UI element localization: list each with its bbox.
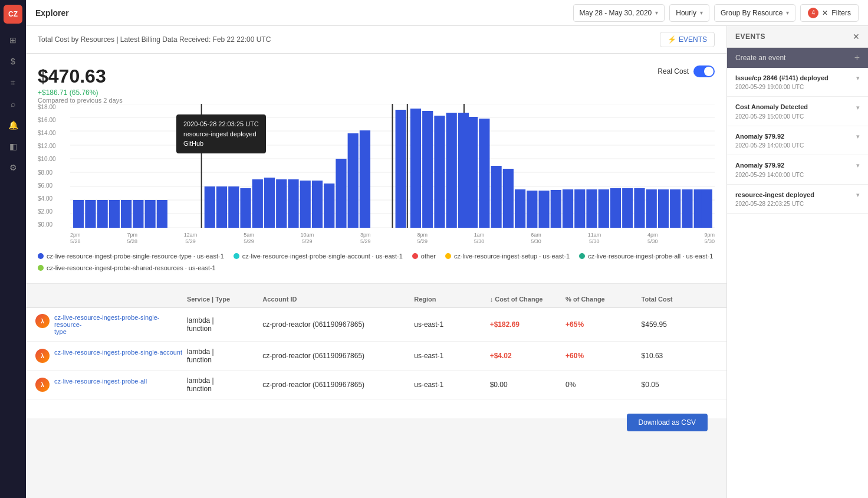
total-1: $459.95 xyxy=(642,320,717,329)
svg-rect-26 xyxy=(288,179,298,228)
date-range-label: May 28 - May 30, 2020 xyxy=(580,9,652,17)
group-by-dropdown[interactable]: Group By Resource ▾ xyxy=(714,4,795,22)
create-event-bar[interactable]: Create an event + xyxy=(727,48,868,68)
x-label-9: 6am5/30 xyxy=(531,232,541,245)
content-header-title: Total Cost by Resources | Latest Billing… xyxy=(38,35,271,44)
event-item-header-1: Issue/cp 2846 (#141) deployed ▾ xyxy=(735,74,860,83)
plus-icon: + xyxy=(854,53,860,63)
resource-link-2[interactable]: cz-live-resource-ingest-probe-single-acc… xyxy=(54,349,182,356)
svg-rect-14 xyxy=(121,200,131,228)
event-item-4[interactable]: Anomaly $79.92 ▾ 2020-05-29 14:00:00 UTC xyxy=(727,155,868,184)
event-time-2: 2020-05-29 15:00:00 UTC xyxy=(735,113,860,120)
event-item-header-4: Anomaly $79.92 ▾ xyxy=(735,161,860,170)
event-item-1[interactable]: Issue/cp 2846 (#141) deployed ▾ 2020-05-… xyxy=(727,68,868,97)
event-item-2[interactable]: Cost Anomaly Detected ▾ 2020-05-29 15:00… xyxy=(727,97,868,126)
x-label-2: 7pm5/28 xyxy=(127,232,137,245)
svg-rect-59 xyxy=(670,189,680,228)
svg-rect-40 xyxy=(446,113,457,228)
events-panel-header: EVENTS ✕ xyxy=(727,26,868,48)
granularity-dropdown[interactable]: Hourly ▾ xyxy=(669,4,709,22)
svg-rect-55 xyxy=(622,188,633,228)
svg-rect-62 xyxy=(702,189,712,228)
total-cost: $470.63 xyxy=(38,65,123,87)
account-1: cz-prod-reactor (061190967865) xyxy=(262,320,414,329)
close-icon[interactable]: ✕ xyxy=(853,32,860,41)
chart-area: $18.00 $16.00 $14.00 $12.00 $10.00 $8.00… xyxy=(38,104,715,245)
svg-rect-51 xyxy=(574,189,585,228)
event-title-1: Issue/cp 2846 (#141) deployed xyxy=(735,74,856,83)
account-2: cz-prod-reactor (061190967865) xyxy=(262,352,414,360)
events-panel: EVENTS ✕ Create an event + Issue/cp 2846… xyxy=(726,26,868,498)
sidebar-item-document[interactable]: ◧ xyxy=(4,137,22,156)
event-title-4: Anomaly $79.92 xyxy=(735,161,856,170)
chevron-down-icon: ▾ xyxy=(856,191,860,199)
cost-change-1: +$182.69 xyxy=(490,320,565,329)
svg-rect-12 xyxy=(97,200,108,228)
resource-link-1[interactable]: cz-live-resource-ingest-probe-single-res… xyxy=(54,314,187,335)
create-event-label: Create an event xyxy=(735,54,785,62)
svg-rect-49 xyxy=(551,190,561,228)
events-panel-title: EVENTS xyxy=(735,32,765,41)
svg-rect-32 xyxy=(360,130,370,228)
sidebar-item-tag[interactable]: ⌗ xyxy=(4,73,22,92)
legend-item-4: cz-live-resource-ingest-setup · us-east-… xyxy=(445,253,570,260)
pct-change-1: +65% xyxy=(565,320,641,329)
content-area: Total Cost by Resources | Latest Billing… xyxy=(26,26,868,498)
region-1: us-east-1 xyxy=(414,320,489,329)
svg-rect-20 xyxy=(216,186,227,228)
sidebar-item-bell[interactable]: 🔔 xyxy=(4,116,22,135)
svg-rect-15 xyxy=(133,200,143,228)
col-pct-change: % of Change xyxy=(565,296,641,303)
filter-button[interactable]: 4 ✕ Filters xyxy=(800,4,859,22)
legend-item-6: cz-live-resource-ingest-probe-shared-res… xyxy=(38,264,216,271)
sidebar-item-home[interactable]: ⊞ xyxy=(4,31,22,50)
region-3: us-east-1 xyxy=(414,381,489,389)
legend-item-5: cz-live-resource-ingest-probe-all · us-e… xyxy=(579,253,713,260)
svg-rect-29 xyxy=(324,184,334,228)
svg-rect-54 xyxy=(610,188,621,228)
page-title: Explorer xyxy=(35,8,566,18)
logo[interactable]: CZ xyxy=(4,5,22,24)
date-range-dropdown[interactable]: May 28 - May 30, 2020 ▾ xyxy=(573,4,665,22)
col-resource xyxy=(35,296,187,303)
svg-rect-13 xyxy=(109,200,120,228)
event-item-3[interactable]: Anomaly $79.92 ▾ 2020-05-29 14:00:00 UTC xyxy=(727,126,868,155)
resource-cell-2: λ cz-live-resource-ingest-probe-single-a… xyxy=(35,349,187,363)
sidebar-item-search[interactable]: ⌕ xyxy=(4,94,22,113)
events-button-label: EVENTS xyxy=(679,35,707,44)
event-item-header-5: resource-ingest deployed ▾ xyxy=(735,191,860,199)
x-axis: 2pm5/28 7pm5/28 12am5/29 5am5/29 10am5/2… xyxy=(70,232,715,245)
chart-tooltip: 2020-05-28 22:03:25 UTC resource-ingest … xyxy=(176,114,266,153)
col-region: Region xyxy=(414,296,489,303)
cost-change: +$186.71 (65.76%) xyxy=(38,89,123,97)
x-label-1: 2pm5/28 xyxy=(70,232,81,245)
event-title-3: Anomaly $79.92 xyxy=(735,132,856,141)
svg-rect-22 xyxy=(240,188,251,228)
legend-dot-5 xyxy=(579,253,585,259)
resource-link-3[interactable]: cz-live-resource-ingest-probe-all xyxy=(54,378,147,385)
svg-rect-45 xyxy=(503,169,514,228)
chevron-down-icon: ▾ xyxy=(700,9,703,16)
sidebar-item-settings[interactable]: ⚙ xyxy=(4,158,22,177)
real-cost-label: Real Cost xyxy=(657,67,689,76)
real-cost-toggle[interactable] xyxy=(693,65,715,77)
sidebar-item-cost[interactable]: $ xyxy=(4,52,22,71)
svg-rect-48 xyxy=(538,191,549,228)
cost-change-3: $0.00 xyxy=(490,381,565,389)
svg-rect-58 xyxy=(658,189,669,228)
event-item-5[interactable]: resource-ingest deployed ▾ 2020-05-28 22… xyxy=(727,185,868,214)
close-icon[interactable]: ✕ xyxy=(822,9,828,17)
tooltip-source: GitHub xyxy=(183,139,259,149)
event-item-header-3: Anomaly $79.92 ▾ xyxy=(735,132,860,141)
x-label-3: 12am5/29 xyxy=(184,232,198,245)
filter-badge: 4 xyxy=(808,8,818,18)
region-2: us-east-1 xyxy=(414,352,489,360)
events-button[interactable]: ⚡ EVENTS xyxy=(660,32,715,47)
lightning-icon: ⚡ xyxy=(668,35,676,44)
svg-rect-27 xyxy=(300,181,311,228)
svg-rect-30 xyxy=(336,159,346,228)
svg-rect-53 xyxy=(599,189,609,228)
svg-rect-42 xyxy=(467,117,478,228)
download-csv-button[interactable]: Download as CSV xyxy=(627,414,708,431)
resource-icon-3: λ xyxy=(35,378,50,392)
